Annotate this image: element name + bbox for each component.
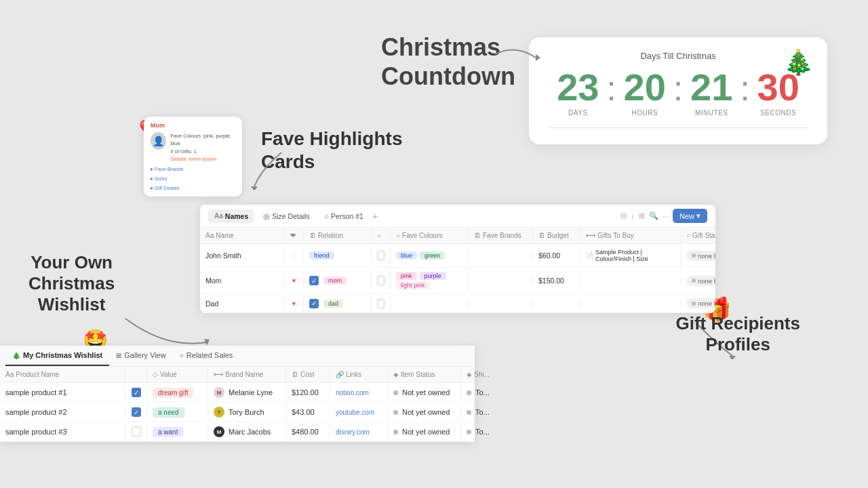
names-tab-label: Names <box>225 212 248 220</box>
names-tab-icon: Aa <box>214 212 223 220</box>
wishlist-row1-cost: $120.00 <box>286 384 330 401</box>
countdown-hours-unit: 20 HOURS <box>618 68 672 117</box>
gift-row-dad-giftstatus: none bought yet <box>681 294 715 312</box>
gift-row-mom-heart: ♥ <box>285 273 304 288</box>
countdown-seconds-label: SECONDS <box>751 109 806 117</box>
countdown-days-label: DAYS <box>551 109 605 117</box>
gift-recipients-label: Gift RecipientsProfiles <box>676 313 800 355</box>
wishlist-row-1: sample product #1 ✓ dream gift M Melanie… <box>0 383 475 403</box>
gift-row-mom-colours: pink purple light pink <box>391 268 469 293</box>
wishlist-row3-name: sample product #3 <box>0 424 125 440</box>
countdown-card: Days Till Christmas 23 DAYS : 20 HOURS :… <box>529 37 827 144</box>
fave-card-details: Details: lorem ipsum <box>170 155 235 163</box>
person1-label: Person #1 <box>331 212 363 220</box>
gift-row-dad-relation: ✓ dad <box>304 295 372 312</box>
wishlist-main-tab-label: My Christmas Wishlist <box>23 351 102 359</box>
wishlist-row1-check[interactable]: ✓ <box>125 384 147 401</box>
wishlist-row1-value: dream gift <box>147 384 208 402</box>
gift-table-tabs: Aa Names ◎ Size Details ○ Person #1 + <box>208 209 378 223</box>
filter-icon[interactable]: ⊟ <box>620 211 627 220</box>
wishlist-row3-link[interactable]: disney.com <box>330 424 388 440</box>
gift-row-dad-check[interactable] <box>372 295 391 312</box>
gift-tab-person1[interactable]: ○ Person #1 <box>319 209 370 223</box>
gift-row-john-brands <box>469 251 533 260</box>
wishlist-row2-status: Not yet owned <box>388 404 461 420</box>
wt-col-product-name: Aa Product Name <box>0 367 125 382</box>
fave-card-brands-section[interactable]: ▸ Fave Brands <box>151 166 235 172</box>
gift-row-john-smith: John Smith ♡ friend blue green $60.00 📄 … <box>200 244 715 268</box>
gift-row-dad-name: Dad <box>200 296 285 312</box>
fave-card-gift-details-section[interactable]: ▸ Gift Details <box>151 185 235 191</box>
gift-row-dad-budget <box>533 300 580 308</box>
more-icon[interactable]: ··· <box>663 212 669 220</box>
sort-icon[interactable]: ↕ <box>631 212 635 220</box>
brand-logo-tory: T <box>214 407 224 418</box>
wishlist-row1-brand: M Melanie Lyne <box>208 383 286 402</box>
new-button[interactable]: New ▾ <box>673 209 707 223</box>
christmas-countdown-header: ChristmasCountdown <box>381 33 515 91</box>
wishlist-row3-status: Not yet owned <box>388 424 461 440</box>
col-header-brands: 🗓 Fave Brands <box>469 228 533 243</box>
wishlist-tabs: 🎄 My Christmas Wishlist ⊞ Gallery View ○… <box>0 346 475 367</box>
gift-row-mom-giftstatus: none bought yet <box>681 272 715 290</box>
countdown-title: Days Till Christmas <box>549 51 807 61</box>
brand-logo-melanie: M <box>214 387 224 398</box>
gallery-tab-label: Gallery View <box>124 351 166 359</box>
gift-row-dad-gifts <box>580 300 681 308</box>
dad-check[interactable]: ✓ <box>309 299 319 308</box>
wishlist-row3-brand: M Marc Jacobs <box>208 422 286 441</box>
fave-card-preview: Mom 👤 Fave Colours: pink, purple, blue #… <box>144 117 242 197</box>
add-tab-button[interactable]: + <box>372 211 378 222</box>
gift-tab-size-details[interactable]: ◎ Size Details <box>257 209 315 223</box>
countdown-colon-2: : <box>673 68 683 118</box>
gift-row-john-heart: ♡ <box>285 248 304 263</box>
gift-row-john-colours: blue green <box>391 247 469 264</box>
col-header-colours: ○ Fave Colours <box>391 228 469 243</box>
col-header-gifts: ⟷ Gifts To Buy <box>580 228 681 243</box>
wishlist-row3-check[interactable] <box>125 423 147 441</box>
fave-card-avatar: 👤 <box>151 132 166 150</box>
gift-row-john-name: John Smith <box>200 247 285 264</box>
person1-icon: ○ <box>325 212 329 220</box>
wishlist-row-3: sample product #3 a want M Marc Jacobs $… <box>0 422 475 442</box>
wishlist-tab-gallery[interactable]: ⊞ Gallery View <box>109 346 173 366</box>
gift-table: Aa Names ◎ Size Details ○ Person #1 + ⊟ … <box>200 205 715 313</box>
wishlist-tab-sales[interactable]: ○ Related Sales <box>173 346 240 366</box>
gift-table-header: Aa Name ❤ 🗓 Relation ○ ○ Fave Colours 🗓 … <box>200 228 715 244</box>
gift-row-mom-name: Mom <box>200 272 285 289</box>
gift-row-dad: Dad ♥ ✓ dad none bought yet Not started <box>200 294 715 313</box>
size-details-icon: ◎ <box>263 212 270 220</box>
wishlist-tab-main[interactable]: 🎄 My Christmas Wishlist <box>5 346 109 366</box>
wishlist-row2-cost: $43.00 <box>286 404 330 420</box>
search-icon[interactable]: 🔍 <box>649 211 658 220</box>
wishlist-row-2: sample product #2 ✓ a need T Tory Burch … <box>0 403 475 422</box>
gift-row-mom-relation: ✓ mom <box>304 272 372 289</box>
countdown-minutes: 21 <box>684 68 738 106</box>
gift-row-dad-colours <box>391 300 469 308</box>
countdown-days-unit: 23 DAYS <box>551 68 605 117</box>
john-gift-status-badge: none bought yet <box>686 251 715 261</box>
gift-row-john-relation: friend <box>304 247 372 264</box>
mom-check[interactable]: ✓ <box>309 276 319 285</box>
wt-col-ship: ◈ Shi... <box>461 367 495 382</box>
christmas-tree-tab-icon: 🎄 <box>12 352 20 359</box>
wt-col-check <box>125 367 147 382</box>
fave-card-sizes-section[interactable]: ▸ Sizes <box>151 176 235 182</box>
wishlist-header: Aa Product Name ◇ Value ⟷ Brand Name 🗓 C… <box>0 367 475 383</box>
gift-row-dad-brands <box>469 300 533 308</box>
col-header-relation: 🗓 Relation <box>304 228 372 243</box>
wishlist-row2-ship: To... <box>461 404 495 420</box>
wt-col-links: 🔗 Links <box>330 367 388 382</box>
gift-tab-names[interactable]: Aa Names <box>208 209 254 223</box>
gift-row-john-check[interactable] <box>372 247 391 264</box>
countdown-minutes-label: MINUTES <box>684 109 738 117</box>
gift-row-mom-check[interactable] <box>372 272 391 289</box>
mom-gift-status-badge: none bought yet <box>686 276 715 286</box>
group-icon[interactable]: ⊞ <box>639 211 645 220</box>
countdown-hours-label: HOURS <box>618 109 672 117</box>
fave-highlights-label: Fave HighlightsCards <box>261 127 402 173</box>
col-header-budget: 🗓 Budget <box>533 228 580 243</box>
wishlist-row2-check[interactable]: ✓ <box>125 403 147 421</box>
wishlist-row1-link[interactable]: notion.com <box>330 385 388 401</box>
wishlist-row2-link[interactable]: youtube.com <box>330 405 388 420</box>
